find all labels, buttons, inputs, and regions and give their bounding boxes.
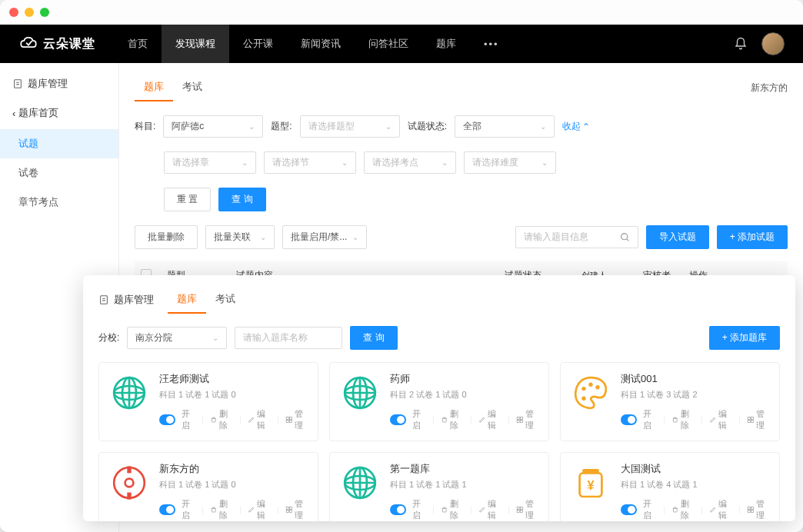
enable-switch[interactable]	[159, 414, 175, 425]
svg-rect-17	[289, 417, 292, 419]
card-edit[interactable]: 编辑	[248, 408, 271, 431]
svg-rect-28	[517, 417, 519, 419]
card-manage[interactable]: 管理	[516, 408, 539, 431]
bank-name-input[interactable]: 请输入题库名称	[235, 327, 342, 349]
svg-rect-73	[751, 507, 753, 509]
card-icon	[339, 462, 381, 504]
maximize-window-icon[interactable]	[40, 8, 49, 17]
grid-icon	[285, 505, 293, 514]
chevron-down-icon: ⌄	[441, 158, 448, 167]
panel2-tab-exam[interactable]: 考试	[206, 286, 245, 314]
svg-rect-65	[520, 510, 522, 513]
card-delete[interactable]: 删除	[210, 498, 233, 521]
search-input[interactable]: 请输入题目信息	[515, 226, 638, 248]
nav-bank[interactable]: 题库	[422, 25, 470, 63]
reset-button[interactable]: 重 置	[164, 188, 211, 211]
edit-icon	[709, 505, 717, 514]
edit-icon	[709, 415, 717, 424]
import-button[interactable]: 导入试题	[646, 225, 709, 249]
globe-icon	[108, 372, 150, 414]
section-placeholder: 请选择节	[272, 156, 309, 169]
card-edit[interactable]: 编辑	[709, 408, 732, 431]
add-bank-button[interactable]: + 添加题库	[709, 326, 780, 350]
enable-switch[interactable]	[390, 504, 406, 515]
avatar[interactable]	[761, 32, 785, 55]
minimize-window-icon[interactable]	[25, 8, 34, 17]
grid-icon	[516, 415, 524, 424]
card-edit[interactable]: 编辑	[478, 498, 501, 521]
enable-switch[interactable]	[390, 414, 406, 425]
difficulty-select[interactable]: 请选择难度 ⌄	[464, 151, 556, 174]
batch-toggle-label: 批量启用/禁...	[291, 231, 347, 244]
sidebar-back-label: 题库首页	[18, 106, 58, 120]
nav-open-class[interactable]: 公开课	[229, 25, 287, 63]
batch-link-select[interactable]: 批量关联 ⌄	[205, 225, 275, 249]
chapter-select[interactable]: 请选择章 ⌄	[164, 151, 256, 174]
tabs: 题库 考试	[135, 74, 212, 101]
chevron-down-icon: ⌄	[541, 158, 548, 167]
bell-icon[interactable]	[734, 37, 748, 51]
nav-discover[interactable]: 发现课程	[162, 25, 229, 63]
svg-point-44	[125, 479, 134, 487]
sidebar-item-papers[interactable]: 试卷	[0, 158, 118, 188]
card-manage[interactable]: 管理	[516, 498, 539, 521]
card-delete[interactable]: 删除	[671, 498, 695, 521]
card-delete[interactable]: 删除	[210, 408, 233, 431]
panel2-tab-bank[interactable]: 题库	[168, 286, 206, 314]
chevron-down-icon: ⌄	[260, 233, 266, 241]
type-select[interactable]: 请选择题型 ⌄	[300, 115, 400, 138]
card-edit[interactable]: 编辑	[709, 498, 732, 521]
card-manage[interactable]: 管理	[747, 408, 770, 431]
enable-switch[interactable]	[159, 504, 175, 515]
subject-select[interactable]: 阿萨德c ⌄	[163, 115, 263, 138]
card-title: 第一题库	[390, 462, 539, 476]
document-icon	[12, 78, 23, 89]
svg-rect-62	[517, 507, 519, 509]
tab-exam[interactable]: 考试	[173, 74, 212, 101]
document-icon	[98, 294, 109, 305]
grid-icon	[285, 415, 293, 424]
sidebar-item-chapters[interactable]: 章节考点	[0, 188, 118, 217]
nav-more[interactable]: •••	[470, 25, 513, 63]
card-manage[interactable]: 管理	[285, 498, 308, 521]
globe-icon	[339, 372, 381, 414]
card-delete[interactable]: 删除	[441, 498, 464, 521]
sidebar-back[interactable]: ‹ 题库首页	[0, 97, 118, 129]
batch-toggle-select[interactable]: 批量启用/禁... ⌄	[282, 225, 367, 249]
card-manage[interactable]: 管理	[747, 498, 770, 521]
close-window-icon[interactable]	[9, 8, 18, 17]
status-select[interactable]: 全部 ⌄	[455, 115, 555, 138]
svg-rect-64	[517, 510, 519, 513]
card-manage[interactable]: 管理	[285, 408, 308, 431]
edit-icon	[248, 505, 255, 514]
panel2-query-button[interactable]: 查 询	[350, 326, 397, 350]
branch-select[interactable]: 南京分院 ⌄	[127, 327, 227, 349]
section-select[interactable]: 请选择节 ⌄	[264, 151, 356, 174]
query-button[interactable]: 查 询	[218, 188, 265, 211]
bank-panel: 题库管理 题库 考试 分校: 南京分院 ⌄ 请输入题库名称 查 询 + 添加题库…	[83, 275, 795, 521]
card-edit[interactable]: 编辑	[248, 498, 271, 521]
nav-home[interactable]: 首页	[114, 25, 162, 63]
enable-switch[interactable]	[621, 414, 637, 425]
bank-card: 测试001科目 1 试卷 3 试题 2开启|删除|编辑|管理	[560, 362, 780, 441]
search-placeholder: 请输入题目信息	[524, 231, 588, 244]
card-delete[interactable]: 删除	[441, 408, 464, 431]
card-meta: 科目 1 试卷 1 试题 0	[159, 389, 308, 401]
nav-news[interactable]: 新闻资讯	[287, 25, 355, 63]
trash-icon	[210, 505, 218, 514]
svg-rect-46	[127, 493, 131, 500]
nav-qa[interactable]: 问答社区	[355, 25, 422, 63]
batch-delete-button[interactable]: 批量删除	[135, 225, 198, 249]
enable-switch[interactable]	[621, 504, 637, 515]
sidebar-item-questions[interactable]: 试题	[0, 129, 118, 158]
collapse-link[interactable]: 收起 ⌃	[562, 120, 590, 133]
trash-icon	[441, 505, 448, 514]
add-question-button[interactable]: + 添加试题	[717, 225, 788, 249]
logo[interactable]: 云朵课堂	[18, 35, 95, 52]
card-delete[interactable]: 删除	[671, 408, 695, 431]
card-edit[interactable]: 编辑	[478, 408, 501, 431]
tab-bank[interactable]: 题库	[135, 74, 173, 101]
svg-line-4	[627, 239, 628, 241]
point-select[interactable]: 请选择考点 ⌄	[364, 151, 456, 174]
switch-label: 开启	[412, 408, 426, 431]
